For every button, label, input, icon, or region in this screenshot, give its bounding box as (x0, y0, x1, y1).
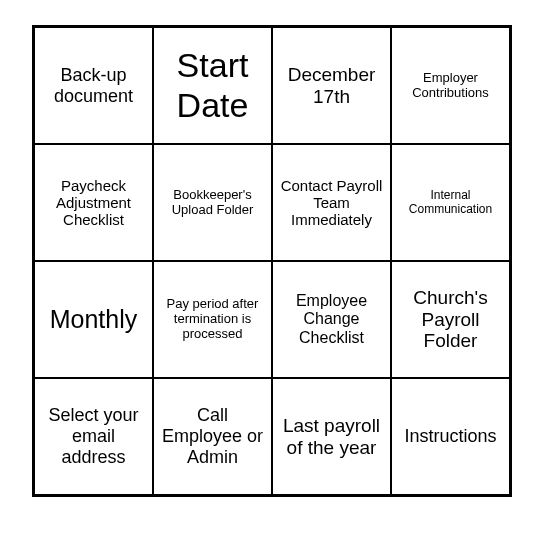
bingo-cell[interactable]: December 17th (272, 27, 391, 144)
bingo-cell[interactable]: Paycheck Adjustment Checklist (34, 144, 153, 261)
bingo-cell[interactable]: Start Date (153, 27, 272, 144)
bingo-cell[interactable]: Call Employee or Admin (153, 378, 272, 495)
bingo-cell[interactable]: Internal Communication (391, 144, 510, 261)
bingo-cell[interactable]: Monthly (34, 261, 153, 378)
bingo-cell[interactable]: Instructions (391, 378, 510, 495)
bingo-cell[interactable]: Employer Contributions (391, 27, 510, 144)
bingo-cell[interactable]: Bookkeeper's Upload Folder (153, 144, 272, 261)
bingo-cell[interactable]: Back-up document (34, 27, 153, 144)
bingo-card: Back-up document Start Date December 17t… (0, 0, 544, 544)
bingo-cell[interactable]: Last payroll of the year (272, 378, 391, 495)
bingo-grid: Back-up document Start Date December 17t… (32, 25, 512, 497)
bingo-cell[interactable]: Employee Change Checklist (272, 261, 391, 378)
bingo-cell[interactable]: Contact Payroll Team Immediately (272, 144, 391, 261)
bingo-cell[interactable]: Church's Payroll Folder (391, 261, 510, 378)
bingo-cell[interactable]: Select your email address (34, 378, 153, 495)
bingo-cell[interactable]: Pay period after termination is processe… (153, 261, 272, 378)
